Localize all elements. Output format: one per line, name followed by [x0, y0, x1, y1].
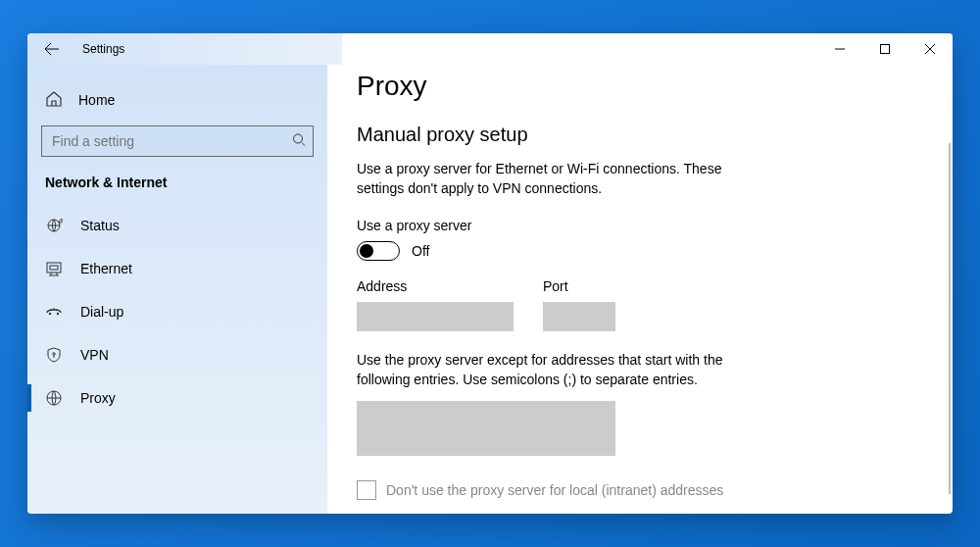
toggle-knob: [360, 244, 373, 258]
address-column: Address: [357, 278, 514, 331]
maximize-button[interactable]: [862, 33, 907, 65]
home-nav[interactable]: Home: [27, 80, 327, 120]
nav-list: Status Ethernet Dial-up: [27, 204, 327, 420]
maximize-icon: [880, 44, 890, 54]
section-title: Manual proxy setup: [357, 124, 923, 146]
port-label: Port: [543, 278, 615, 294]
dialup-icon: [45, 303, 63, 321]
svg-point-9: [56, 309, 58, 311]
sidebar-item-proxy[interactable]: Proxy: [27, 376, 327, 420]
sidebar: Home Network & Internet Status: [27, 65, 327, 514]
bypass-local-checkbox[interactable]: [357, 480, 376, 500]
sidebar-item-label: Status: [80, 218, 120, 233]
sidebar-item-label: VPN: [80, 347, 109, 363]
titlebar: Settings: [27, 33, 953, 65]
port-input[interactable]: [543, 302, 615, 331]
exceptions-description: Use the proxy server except for addresse…: [357, 351, 768, 389]
minimize-button[interactable]: [817, 33, 862, 65]
toggle-row: Off: [357, 241, 923, 261]
svg-point-8: [50, 309, 52, 311]
arrow-left-icon: [44, 41, 60, 57]
search-wrap: [41, 125, 314, 157]
svg-point-6: [57, 313, 59, 315]
window-body: Home Network & Internet Status: [27, 65, 953, 514]
toggle-state-text: Off: [412, 243, 429, 259]
page-title: Proxy: [357, 71, 923, 102]
search-input[interactable]: [41, 125, 314, 157]
sidebar-item-label: Ethernet: [80, 261, 132, 276]
main-content: Proxy Manual proxy setup Use a proxy ser…: [327, 65, 953, 514]
status-icon: [45, 217, 63, 234]
toggle-label: Use a proxy server: [357, 218, 923, 233]
svg-point-10: [53, 353, 55, 355]
category-heading: Network & Internet: [27, 171, 327, 204]
bypass-local-label: Don't use the proxy server for local (in…: [386, 482, 723, 498]
sidebar-item-status[interactable]: Status: [27, 204, 327, 247]
bypass-local-row: Don't use the proxy server for local (in…: [357, 480, 923, 500]
section-description: Use a proxy server for Ethernet or Wi-Fi…: [357, 160, 768, 198]
proxy-toggle[interactable]: [357, 241, 400, 261]
sidebar-item-label: Proxy: [80, 390, 116, 406]
sidebar-item-ethernet[interactable]: Ethernet: [27, 247, 327, 290]
address-label: Address: [357, 278, 514, 294]
sidebar-item-vpn[interactable]: VPN: [27, 333, 327, 376]
svg-point-5: [49, 313, 51, 315]
minimize-icon: [835, 44, 845, 54]
window-controls: [817, 33, 953, 65]
home-icon: [45, 90, 63, 111]
exceptions-input[interactable]: [357, 401, 615, 456]
search-icon: [292, 133, 306, 150]
address-port-row: Address Port: [357, 278, 923, 331]
svg-point-1: [294, 134, 303, 143]
back-button[interactable]: [43, 40, 61, 58]
proxy-icon: [45, 389, 63, 407]
sidebar-item-label: Dial-up: [80, 304, 123, 320]
svg-rect-0: [881, 45, 890, 54]
vpn-icon: [45, 346, 63, 364]
window-title: Settings: [82, 42, 124, 56]
ethernet-icon: [45, 260, 63, 277]
address-input[interactable]: [357, 302, 514, 331]
svg-rect-3: [47, 263, 61, 273]
port-column: Port: [543, 278, 615, 331]
svg-point-7: [53, 308, 55, 310]
titlebar-left: Settings: [27, 33, 817, 65]
svg-rect-4: [50, 266, 58, 270]
sidebar-item-dialup[interactable]: Dial-up: [27, 290, 327, 333]
close-icon: [925, 44, 935, 54]
main-scroll: Proxy Manual proxy setup Use a proxy ser…: [327, 65, 953, 514]
settings-window: Settings Home: [27, 33, 953, 514]
close-button[interactable]: [907, 33, 953, 65]
home-label: Home: [78, 92, 115, 108]
